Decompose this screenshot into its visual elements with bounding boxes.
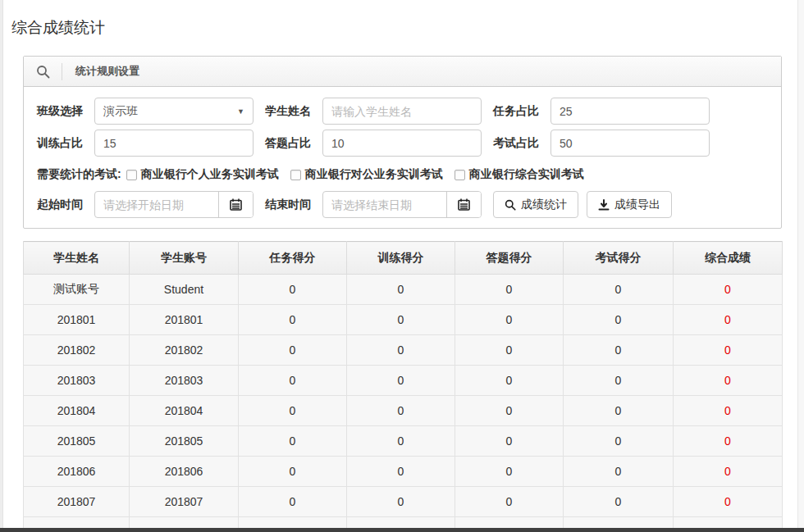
checkbox-icon[interactable] bbox=[455, 170, 465, 180]
checkbox-label: 商业银行综合实训考试 bbox=[469, 167, 584, 182]
exam-ratio-label: 考试占比 bbox=[493, 136, 550, 151]
exam-checkbox-option[interactable]: 商业银行综合实训考试 bbox=[455, 167, 584, 182]
table-row: 20180620180600000 bbox=[24, 457, 783, 487]
answer-ratio-input[interactable] bbox=[322, 130, 482, 157]
stat-button-label: 成绩统计 bbox=[521, 198, 567, 212]
exam-checkbox-option[interactable]: 商业银行个人业务实训考试 bbox=[126, 167, 279, 182]
table-header-row: 学生姓名学生账号任务得分训练得分答题得分考试得分综合成绩 bbox=[24, 242, 783, 275]
class-select[interactable]: 演示班 ▼ bbox=[94, 98, 254, 125]
table-cell: 0 bbox=[239, 487, 347, 517]
table-cell: 0 bbox=[455, 487, 564, 517]
table-cell: 201801 bbox=[130, 305, 239, 335]
table-cell: 0 bbox=[239, 335, 347, 366]
exam-ratio-group: 考试占比 bbox=[493, 130, 710, 157]
table-row: 测试账号Student00000 bbox=[24, 275, 783, 305]
column-header: 学生姓名 bbox=[24, 242, 130, 275]
table-cell: 0 bbox=[239, 426, 347, 457]
table-cell: 0 bbox=[347, 275, 455, 305]
table-cell: 0 bbox=[564, 487, 674, 517]
answer-ratio-group: 答题占比 bbox=[265, 130, 482, 157]
table-cell: 201807 bbox=[24, 487, 130, 517]
checkbox-label: 商业银行个人业务实训考试 bbox=[141, 167, 279, 182]
table-cell: 0 bbox=[347, 487, 455, 517]
training-ratio-group: 训练占比 bbox=[37, 130, 254, 157]
table-cell: 0 bbox=[347, 396, 455, 426]
stat-button[interactable]: 成绩统计 bbox=[493, 191, 578, 218]
table-cell: 201804 bbox=[130, 396, 239, 426]
table-cell: 0 bbox=[455, 457, 564, 487]
table-cell: 201807 bbox=[130, 487, 239, 517]
filter-panel-body: 班级选择 演示班 ▼ 学生姓名 任务占比 训练占比 bbox=[24, 87, 781, 228]
exam-checkbox-group-label: 需要统计的考试: bbox=[37, 167, 121, 182]
table-cell: 0 bbox=[564, 396, 674, 426]
column-header: 综合成绩 bbox=[674, 242, 783, 275]
end-date-input-group bbox=[322, 191, 482, 218]
table-cell: 201806 bbox=[130, 457, 239, 487]
start-date-group: 起始时间 bbox=[37, 191, 254, 218]
filter-panel: 统计规则设置 班级选择 演示班 ▼ 学生姓名 任务占比 bbox=[23, 56, 782, 229]
table-cell: 0 bbox=[564, 335, 674, 366]
table-cell: 0 bbox=[347, 305, 455, 335]
table-cell: 0 bbox=[347, 426, 455, 457]
start-date-label: 起始时间 bbox=[37, 198, 94, 212]
task-ratio-input[interactable] bbox=[550, 98, 710, 125]
table-cell: 0 bbox=[347, 366, 455, 396]
table-row: 20180420180400000 bbox=[24, 396, 783, 426]
task-ratio-group: 任务占比 bbox=[493, 98, 710, 125]
table-cell: 0 bbox=[239, 305, 347, 335]
student-name-label: 学生姓名 bbox=[265, 104, 322, 119]
table-cell: 201804 bbox=[24, 396, 130, 426]
start-date-input-group bbox=[94, 191, 254, 218]
table-cell: 0 bbox=[674, 366, 783, 396]
class-select-value: 演示班 bbox=[103, 104, 138, 119]
table-cell: 0 bbox=[674, 487, 783, 517]
table-cell: 0 bbox=[674, 335, 783, 366]
table-cell: 0 bbox=[455, 275, 564, 305]
table-cell: 201805 bbox=[24, 426, 130, 457]
table-cell: 201803 bbox=[24, 366, 130, 396]
filter-panel-title: 统计规则设置 bbox=[75, 64, 139, 79]
bottom-dark-bar bbox=[0, 528, 804, 532]
table-cell: 0 bbox=[455, 366, 564, 396]
search-icon bbox=[24, 65, 62, 79]
vertical-scrollbar[interactable] bbox=[797, 0, 804, 532]
table-cell: 测试账号 bbox=[24, 275, 130, 305]
student-name-input[interactable] bbox=[322, 98, 482, 125]
score-table: 学生姓名学生账号任务得分训练得分答题得分考试得分综合成绩 测试账号Student… bbox=[23, 241, 783, 532]
chevron-down-icon: ▼ bbox=[237, 107, 244, 116]
start-date-input[interactable] bbox=[95, 192, 218, 217]
table-row: 20180520180500000 bbox=[24, 426, 783, 457]
table-cell: 201803 bbox=[130, 366, 239, 396]
table-row: 20180220180200000 bbox=[24, 335, 783, 366]
checkbox-icon[interactable] bbox=[126, 170, 137, 180]
end-date-calendar-button[interactable] bbox=[446, 192, 481, 217]
answer-ratio-label: 答题占比 bbox=[265, 136, 322, 151]
table-cell: 201805 bbox=[130, 426, 239, 457]
filter-row-1: 班级选择 演示班 ▼ 学生姓名 任务占比 bbox=[37, 98, 768, 125]
table-row: 20180120180100000 bbox=[24, 305, 783, 335]
table-cell: 201802 bbox=[24, 335, 130, 366]
calendar-icon bbox=[458, 198, 470, 211]
student-name-group: 学生姓名 bbox=[265, 98, 482, 125]
search-icon bbox=[505, 199, 516, 211]
download-icon bbox=[598, 199, 610, 211]
start-date-calendar-button[interactable] bbox=[218, 192, 253, 217]
exam-ratio-input[interactable] bbox=[550, 130, 710, 157]
training-ratio-input[interactable] bbox=[94, 130, 254, 157]
table-cell: 0 bbox=[239, 396, 347, 426]
end-date-label: 结束时间 bbox=[265, 198, 322, 212]
left-gutter bbox=[0, 0, 3, 532]
task-ratio-label: 任务占比 bbox=[493, 104, 550, 119]
export-button[interactable]: 成绩导出 bbox=[587, 191, 672, 218]
column-header: 考试得分 bbox=[564, 242, 674, 275]
filter-row-2: 训练占比 答题占比 考试占比 bbox=[37, 130, 768, 157]
table-cell: 0 bbox=[564, 366, 674, 396]
export-button-label: 成绩导出 bbox=[614, 198, 660, 212]
table-cell: 0 bbox=[674, 426, 783, 457]
end-date-input[interactable] bbox=[323, 192, 446, 217]
exam-checkbox-option[interactable]: 商业银行对公业务实训考试 bbox=[290, 167, 443, 182]
table-cell: 201802 bbox=[130, 335, 239, 366]
checkbox-icon[interactable] bbox=[290, 170, 301, 180]
table-row: 20180720180700000 bbox=[24, 487, 783, 517]
table-cell: 0 bbox=[455, 426, 564, 457]
